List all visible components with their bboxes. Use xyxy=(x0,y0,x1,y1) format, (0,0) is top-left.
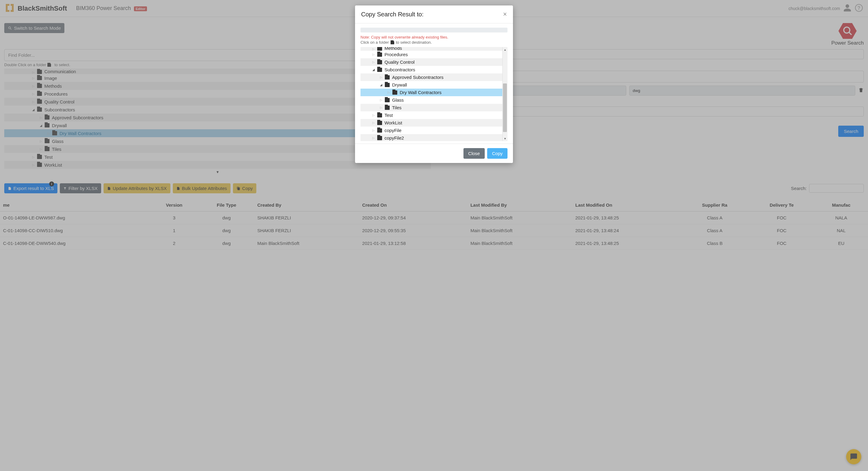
tree-label: WorkList xyxy=(384,120,402,125)
tree-label: Procedures xyxy=(384,52,408,57)
folder-icon xyxy=(377,47,382,51)
modal-scrollbar[interactable]: ▲ ▼ xyxy=(502,47,507,141)
modal-tree-row[interactable]: ▷Quality Control xyxy=(361,58,507,66)
modal-copy-button[interactable]: Copy xyxy=(487,148,507,159)
tree-label: Subcontractors xyxy=(384,67,415,72)
modal-tree-row[interactable]: ▷copyFile2 xyxy=(361,134,507,141)
tree-caret-icon[interactable]: ▷ xyxy=(372,113,375,117)
modal-folder-tree[interactable]: ▷Methods▷Procedures▷Quality Control◢Subc… xyxy=(361,47,507,141)
folder-icon xyxy=(377,68,382,72)
modal-tree-row[interactable]: ▷Dry Wall Contractors xyxy=(361,89,507,96)
modal-tree-row[interactable]: ▷copyFile xyxy=(361,127,507,134)
progress-bar xyxy=(361,28,507,32)
tree-label: Drywall xyxy=(392,82,407,88)
tree-caret-icon[interactable]: ▷ xyxy=(372,136,375,140)
tree-caret-icon[interactable]: ▷ xyxy=(387,91,391,94)
tree-label: copyFile xyxy=(384,128,402,133)
folder-icon xyxy=(385,98,390,102)
folder-icon xyxy=(393,91,397,95)
tree-label: Test xyxy=(384,112,393,118)
tree-label: Tiles xyxy=(392,105,402,110)
modal-tree-row[interactable]: ◢Drywall xyxy=(361,81,507,89)
tree-caret-icon[interactable]: ▷ xyxy=(372,129,375,132)
tree-caret-icon[interactable]: ▷ xyxy=(372,53,375,56)
tree-caret-icon[interactable]: ▷ xyxy=(379,75,383,79)
modal-tree-row[interactable]: ▷Approved Subcontractors xyxy=(361,73,507,81)
modal-tree-row[interactable]: ▷Methods xyxy=(361,47,507,51)
modal-close-button[interactable]: Close xyxy=(463,148,485,159)
tree-caret-icon[interactable]: ▷ xyxy=(372,60,375,64)
tree-caret-icon[interactable]: ▷ xyxy=(379,98,383,102)
folder-icon xyxy=(377,60,382,64)
tree-caret-icon[interactable]: ▷ xyxy=(372,47,375,51)
folder-icon xyxy=(377,113,382,117)
tree-caret-icon[interactable]: ◢ xyxy=(379,83,383,87)
folder-icon xyxy=(377,128,382,133)
tree-label: Glass xyxy=(392,97,404,103)
modal-tree-row[interactable]: ▷Test xyxy=(361,111,507,119)
scroll-thumb[interactable] xyxy=(503,83,507,132)
tree-caret-icon[interactable]: ◢ xyxy=(372,68,375,71)
modal-note: Note: Copy will not overwrite already ex… xyxy=(361,35,507,39)
modal-close-icon[interactable]: × xyxy=(503,10,507,18)
folder-icon xyxy=(377,136,382,140)
modal-backdrop: Copy Search Result to: × Note: Copy will… xyxy=(0,0,868,250)
folder-icon xyxy=(385,83,390,87)
modal-hint: Click on a folder to select destination. xyxy=(361,40,507,45)
scroll-up-icon[interactable]: ▲ xyxy=(503,47,507,52)
tree-caret-icon[interactable]: ▷ xyxy=(372,121,375,125)
tree-label: copyFile2 xyxy=(384,135,404,140)
tree-label: Approved Subcontractors xyxy=(392,75,443,80)
modal-tree-row[interactable]: ▷Glass xyxy=(361,96,507,104)
modal-tree-row[interactable]: ▷Procedures xyxy=(361,51,507,58)
folder-icon xyxy=(377,53,382,57)
scroll-down-icon[interactable]: ▼ xyxy=(503,136,507,141)
folder-icon xyxy=(391,41,394,44)
folder-icon xyxy=(385,75,390,79)
tree-caret-icon[interactable]: ▷ xyxy=(379,106,383,109)
tree-label: Dry Wall Contractors xyxy=(400,90,442,95)
folder-icon xyxy=(385,106,390,110)
modal-tree-row[interactable]: ▷WorkList xyxy=(361,119,507,127)
modal-tree-row[interactable]: ◢Subcontractors xyxy=(361,66,507,73)
modal-title: Copy Search Result to: xyxy=(361,11,424,18)
folder-icon xyxy=(377,121,382,125)
tree-label: Quality Control xyxy=(384,60,414,65)
tree-label: Methods xyxy=(384,47,402,51)
copy-modal: Copy Search Result to: × Note: Copy will… xyxy=(355,5,513,163)
modal-tree-row[interactable]: ▷Tiles xyxy=(361,104,507,111)
